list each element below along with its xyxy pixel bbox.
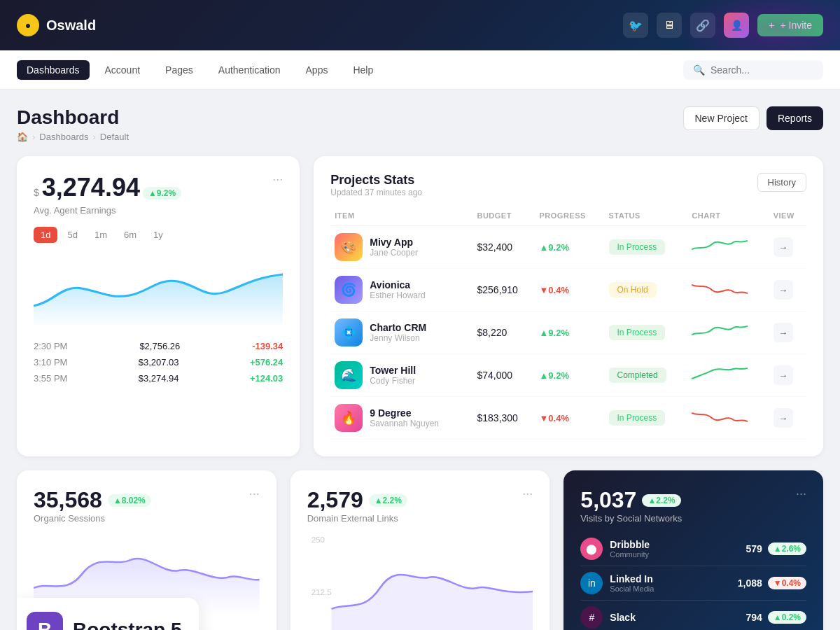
- organic-more-button[interactable]: ···: [249, 487, 260, 500]
- filter-5d[interactable]: 5d: [60, 227, 84, 243]
- slack-badge: ▲0.2%: [768, 611, 806, 624]
- logo-area: ● Oswald: [17, 14, 623, 36]
- project-progress: ▲9.2%: [539, 242, 569, 253]
- dollar-sign: $: [34, 187, 39, 198]
- social-more-button[interactable]: ···: [796, 487, 806, 500]
- search-icon: 🔍: [693, 64, 705, 76]
- dribbble-badge: ▲2.6%: [768, 542, 806, 555]
- project-view-button[interactable]: →: [774, 280, 793, 300]
- domain-links-card: 2,579 ▲2.2% Domain External Links ··· 25…: [290, 470, 550, 630]
- domain-more-button[interactable]: ···: [522, 487, 533, 500]
- project-budget: $183,300: [477, 412, 517, 424]
- domain-amount-area: 2,579 ▲2.2% Domain External Links: [307, 487, 407, 532]
- earnings-row: 2:30 PM $2,756.26 -139.34: [34, 341, 283, 351]
- time-filters: 1d 5d 1m 6m 1y: [34, 227, 283, 243]
- project-view-button[interactable]: →: [774, 365, 793, 385]
- search-box[interactable]: 🔍: [683, 60, 823, 80]
- col-status: STATUS: [605, 206, 688, 226]
- project-person: Esther Howard: [370, 290, 425, 300]
- nav-item-apps[interactable]: Apps: [296, 60, 338, 80]
- search-input[interactable]: [710, 64, 813, 76]
- earnings-table: 2:30 PM $2,756.26 -139.34 3:10 PM $3,207…: [34, 341, 283, 384]
- nav-item-account[interactable]: Account: [95, 60, 150, 80]
- project-icon: 💠: [335, 318, 363, 346]
- project-name: Charto CRM: [370, 322, 426, 333]
- domain-amount: 2,579: [307, 487, 363, 513]
- history-button[interactable]: History: [757, 173, 806, 192]
- project-person: Jane Cooper: [370, 248, 418, 258]
- nav-item-authentication[interactable]: Authentication: [209, 60, 290, 80]
- invite-plus-icon: +: [769, 20, 774, 31]
- social-row-left: ⬤ Dribbble Community: [580, 538, 650, 560]
- filter-1y[interactable]: 1y: [146, 227, 170, 243]
- nav-item-help[interactable]: Help: [343, 60, 383, 80]
- domain-card-header: 2,579 ▲2.2% Domain External Links ···: [307, 487, 533, 532]
- project-name: 9 Degree: [370, 407, 439, 419]
- col-chart: CHART: [687, 206, 769, 226]
- earnings-val-2: $3,207.03: [139, 357, 179, 368]
- nav-screen-icon[interactable]: 🖥: [657, 13, 682, 38]
- social-amount: 5,037: [580, 487, 636, 513]
- logo-icon: ●: [17, 14, 39, 36]
- project-sparkline: [692, 321, 748, 342]
- table-row: 🎨 Mivy App Jane Cooper $32,400 ▲9.2% In …: [330, 226, 806, 269]
- new-project-button[interactable]: New Project: [683, 106, 760, 130]
- project-icon: 🌀: [335, 276, 363, 304]
- filter-6m[interactable]: 6m: [117, 227, 144, 243]
- domain-badge: ▲2.2%: [369, 494, 407, 507]
- filter-1d[interactable]: 1d: [34, 227, 57, 243]
- user-avatar[interactable]: 👤: [724, 13, 749, 38]
- social-badge: ▲2.2%: [642, 494, 680, 507]
- projects-header: Projects Stats Updated 37 minutes ago Hi…: [330, 173, 806, 197]
- project-icon: 🔥: [335, 404, 363, 432]
- slack-count: 794: [746, 612, 762, 623]
- earnings-header: $ 3,274.94 ▲9.2% Avg. Agent Earnings: [34, 173, 181, 227]
- breadcrumb-default: Default: [100, 132, 129, 142]
- project-view-button[interactable]: →: [774, 408, 793, 428]
- earnings-chart: [34, 257, 283, 327]
- nav-actions: 🐦 🖥 🔗 👤 + + Invite: [623, 13, 823, 38]
- domain-chart-svg: 250 212.5: [307, 532, 533, 630]
- page-header: Dashboard 🏠 › Dashboards › Default New P…: [17, 106, 823, 142]
- dribbble-type: Community: [610, 550, 650, 559]
- invite-button[interactable]: + + Invite: [757, 14, 823, 36]
- breadcrumb-dashboards[interactable]: Dashboards: [39, 132, 88, 142]
- bottom-cards-row: 35,568 ▲8.02% Organic Sessions ···: [17, 470, 823, 630]
- project-budget: $8,220: [477, 327, 507, 338]
- top-cards-row: $ 3,274.94 ▲9.2% Avg. Agent Earnings ···…: [17, 156, 823, 456]
- status-badge: In Process: [609, 239, 666, 255]
- earnings-time-2: 3:10 PM: [34, 357, 67, 368]
- project-budget: $256,910: [477, 284, 517, 295]
- svg-text:250: 250: [311, 536, 324, 544]
- domain-subtitle: Domain External Links: [307, 513, 407, 524]
- earnings-more-button[interactable]: ···: [272, 173, 283, 186]
- secondary-nav: Dashboards Account Pages Authentication …: [0, 50, 840, 90]
- project-icon: 🎨: [335, 233, 363, 261]
- nav-item-dashboards[interactable]: Dashboards: [17, 60, 90, 80]
- earnings-row: 3:55 PM $3,274.94 +124.03: [34, 373, 283, 384]
- project-view-button[interactable]: →: [774, 237, 793, 257]
- reports-button[interactable]: Reports: [766, 106, 823, 130]
- project-view-button[interactable]: →: [774, 323, 793, 342]
- projects-card: Projects Stats Updated 37 minutes ago Hi…: [314, 156, 823, 456]
- social-row-left: # Slack: [580, 606, 636, 629]
- project-cell: 🔥 9 Degree Savannah Nguyen: [330, 397, 472, 440]
- nav-bird-icon[interactable]: 🐦: [623, 13, 648, 38]
- organic-sessions-card: 35,568 ▲8.02% Organic Sessions ···: [17, 470, 276, 630]
- nav-share-icon[interactable]: 🔗: [690, 13, 715, 38]
- table-row: 💠 Charto CRM Jenny Wilson $8,220 ▲9.2% I…: [330, 312, 806, 354]
- earnings-subtitle: Avg. Agent Earnings: [34, 205, 181, 216]
- filter-1m[interactable]: 1m: [88, 227, 114, 243]
- organic-badge: ▲8.02%: [108, 494, 151, 507]
- breadcrumb-home-icon: 🏠: [17, 132, 28, 142]
- earnings-change-3: +124.03: [250, 373, 283, 384]
- slack-name: Slack: [610, 612, 636, 623]
- main-content: Dashboard 🏠 › Dashboards › Default New P…: [0, 90, 840, 630]
- linkedin-name: Linked In: [610, 573, 654, 584]
- project-budget: $74,000: [477, 370, 512, 381]
- earnings-val-1: $2,756.26: [139, 341, 180, 351]
- page-header-actions: New Project Reports: [683, 106, 824, 130]
- project-icon: 🌊: [335, 361, 363, 389]
- bootstrap-text: Bootstrap 5: [73, 619, 182, 630]
- nav-item-pages[interactable]: Pages: [155, 60, 203, 80]
